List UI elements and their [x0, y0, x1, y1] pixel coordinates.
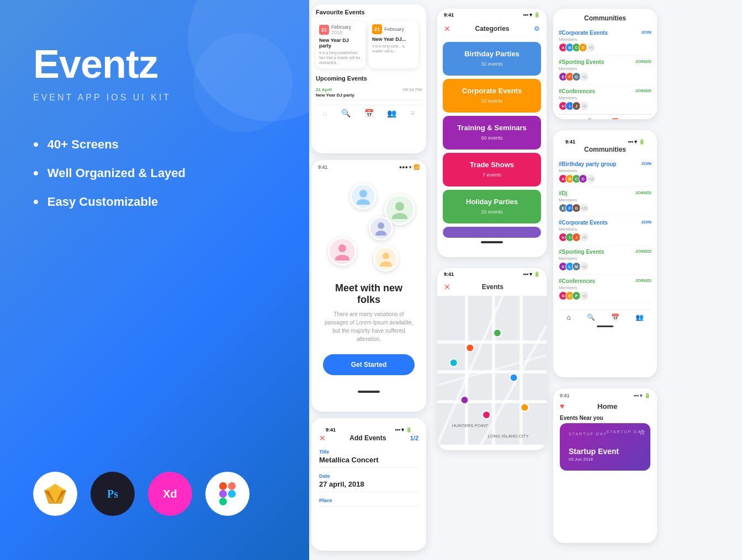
- category-holiday[interactable]: Holiday Parties 20 events: [443, 190, 541, 223]
- feature-3: Easy Customizable: [33, 193, 276, 211]
- category-birthday[interactable]: Birthday Parties 32 events: [443, 42, 541, 76]
- svg-point-12: [357, 199, 370, 205]
- map-pin-7: [450, 359, 458, 367]
- featured-event-card[interactable]: STARTUP DAY Startup Event 09 Jun 2018 ☆: [560, 423, 650, 471]
- joined-conf2[interactable]: JOINED: [635, 278, 651, 283]
- phone-categories[interactable]: 9:41 ▪▪▪ ▾ 🔋 ✕ Categories ⚙ Birthday Par…: [437, 9, 547, 257]
- add-events-header: ✕ Add Events 1/2: [319, 434, 418, 442]
- calendar-nav-icon[interactable]: 📅: [364, 109, 374, 118]
- date-field[interactable]: Date 27 april, 2018: [319, 473, 418, 492]
- heart-icon[interactable]: ♥: [560, 402, 564, 410]
- phone-map[interactable]: 9:41 ▪▪▪ ▾ 🔋 ✕ Events X: [437, 268, 547, 450]
- category-trade[interactable]: Trade Shows 7 events: [443, 153, 541, 186]
- community-sporting-2[interactable]: #Sporting Events Members K L M +2 JOINED: [559, 246, 651, 275]
- home-nav-icon[interactable]: ⌂: [322, 109, 327, 118]
- phone-community-top[interactable]: Communities #Corporate Events Members A …: [553, 9, 657, 119]
- community-name-sport2: #Sporting Events: [559, 249, 604, 255]
- upcoming-name: New Year DJ party: [316, 93, 354, 98]
- home-indicator-full: [597, 326, 613, 327]
- search-icon-full[interactable]: 🔍: [587, 313, 595, 321]
- community-conferences-2[interactable]: #Conferences Members N O P +3 JOINED: [559, 275, 651, 304]
- joined-button-3[interactable]: JOINED: [635, 88, 651, 93]
- categories-filter[interactable]: ⚙: [534, 25, 540, 33]
- upcoming-item[interactable]: 21 April New Year DJ party 08:34 PM: [316, 85, 422, 100]
- right-area: Favourite Events 21 February2018 New Yea…: [309, 0, 742, 560]
- community-name-sporting: #Sporting Events: [559, 59, 604, 65]
- people-icon-full[interactable]: 👥: [635, 313, 644, 321]
- category-training[interactable]: Training & Seminars 60 events: [443, 116, 541, 150]
- category-training-count: 60 events: [481, 135, 502, 141]
- avatar-scene: [311, 172, 426, 282]
- avatar-4: [373, 246, 399, 271]
- member-avatars-2: E F G +2: [559, 72, 604, 81]
- favourite-title: Favourite Events: [316, 9, 365, 15]
- phone-favourite-events[interactable]: Favourite Events 21 February2018 New Yea…: [311, 4, 426, 153]
- onboarding-text: Meet with new folks There are many varia…: [311, 282, 426, 343]
- community-item-sporting[interactable]: #Sporting Events Members E F G +2 JOINED: [559, 56, 651, 85]
- people-icon-top[interactable]: 👥: [635, 118, 644, 119]
- event-title-1: New Year DJ party: [319, 38, 362, 49]
- avatar-3: [328, 237, 357, 266]
- time-3: 9:41: [326, 427, 336, 433]
- menu-nav-icon[interactable]: ≡: [410, 109, 415, 118]
- upcoming-section: Upcoming Events 21 April New Year DJ par…: [316, 75, 422, 100]
- phone-community-full[interactable]: 9:41 ▪▪▪ ▾ 🔋 Communities #Birthday party…: [553, 130, 657, 377]
- onboarding-desc: There are many variations of passages of…: [322, 310, 415, 343]
- figma-icon: [205, 472, 250, 516]
- home-icon-full[interactable]: ⌂: [566, 313, 570, 321]
- date-label: Date: [319, 473, 418, 479]
- event-desc-1: It is a long established fact that a rea…: [319, 50, 362, 65]
- time-home: 9:41: [560, 393, 570, 398]
- category-more[interactable]: [443, 227, 541, 238]
- map-close[interactable]: ✕: [444, 282, 451, 291]
- joined-dj[interactable]: JOINED: [635, 190, 651, 195]
- community-corporate-2[interactable]: #Corporate Events Members H I J +5 JOIN: [559, 216, 651, 246]
- community-name-bday: #Birthday party group: [559, 161, 616, 167]
- status-bar-cat: 9:41 ▪▪▪ ▾ 🔋: [437, 9, 547, 19]
- search-nav-icon[interactable]: 🔍: [341, 109, 351, 118]
- avatar-5: [369, 216, 393, 241]
- members-label-corp2: Members: [559, 227, 608, 232]
- phone-add-events[interactable]: 9:41 ▪▪▪ ▾ 🔋 ✕ Add Events 1/2 Title Meta…: [311, 418, 426, 551]
- svg-rect-9: [219, 498, 227, 505]
- more-badge-bday: +12: [586, 174, 595, 183]
- joined-button-2[interactable]: JOINED: [635, 59, 651, 64]
- phone-home[interactable]: 9:41 ▪▪▪ ▾ 🔋 ♥ Home Events Near you STAR…: [553, 388, 657, 543]
- map-title: Events: [482, 283, 504, 291]
- date-num-1: 21: [319, 25, 329, 35]
- join-corp2[interactable]: JOIN: [641, 220, 651, 225]
- svg-point-18: [380, 262, 392, 266]
- joined-sport2[interactable]: JOINED: [635, 249, 651, 254]
- star-icon[interactable]: ☆: [639, 428, 646, 436]
- people-nav-icon[interactable]: 👥: [387, 109, 396, 118]
- category-corporate[interactable]: Corporate Events 10 events: [443, 79, 541, 113]
- home-icon-top[interactable]: ⌂: [566, 118, 570, 119]
- search-icon-top[interactable]: 🔍: [587, 118, 595, 119]
- xd-icon: Xd: [148, 472, 192, 516]
- time-comm: 9:41: [565, 139, 575, 145]
- upcoming-time: 08:34 PM: [403, 87, 422, 92]
- community-dj[interactable]: #Dj Members E F G +21 JOINED: [559, 187, 651, 216]
- categories-close[interactable]: ✕: [444, 24, 451, 33]
- phone-onboarding[interactable]: 9:41 ●●● ▾ 📶: [311, 160, 426, 412]
- onboarding-headline: Meet with new folks: [322, 282, 415, 306]
- join-button-1[interactable]: JOIN: [641, 30, 651, 35]
- column-1: Favourite Events 21 February2018 New Yea…: [309, 0, 431, 560]
- bottom-nav-1: ⌂ 🔍 📅 👥 ≡: [316, 105, 422, 120]
- join-bday[interactable]: JOIN: [641, 161, 651, 166]
- community-item-conferences-top[interactable]: #Conferences Members H I J +3 JOINED: [559, 85, 651, 114]
- event-card-1[interactable]: 21 February2018 New Year DJ party It is …: [316, 21, 365, 68]
- event-card-2[interactable]: 21 February New Year DJ... It is a long …: [369, 21, 418, 68]
- more-badge-corp2: +5: [580, 233, 589, 242]
- community-title-top: Communities: [559, 14, 651, 22]
- cal-icon-full[interactable]: 📅: [611, 313, 619, 321]
- get-started-button[interactable]: Get Started: [323, 354, 415, 375]
- title-field[interactable]: Title Metallica Concert: [319, 449, 418, 468]
- events-near-label: Events Near you: [553, 410, 657, 423]
- close-button[interactable]: ✕: [319, 434, 326, 442]
- signal-cat: ▪▪▪ ▾ 🔋: [523, 12, 540, 18]
- community-item-corporate[interactable]: #Corporate Events Members A B C D +5 JOI…: [559, 26, 651, 56]
- place-field[interactable]: Place: [319, 498, 418, 507]
- cal-icon-top[interactable]: 📅: [611, 118, 619, 119]
- community-birthday-group[interactable]: #Birthday party group Members A B C D +1…: [559, 158, 651, 187]
